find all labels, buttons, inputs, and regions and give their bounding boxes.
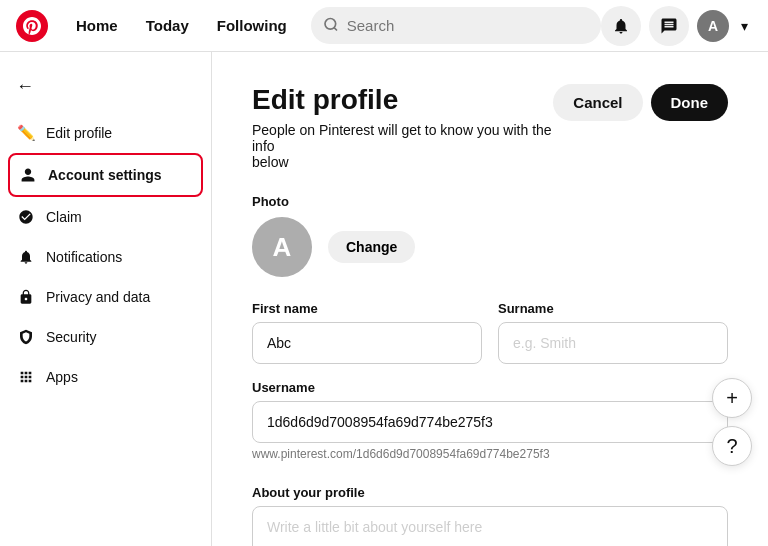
svg-point-0 — [325, 18, 336, 29]
username-input[interactable] — [252, 401, 728, 443]
photo-label: Photo — [252, 194, 728, 209]
surname-label: Surname — [498, 301, 728, 316]
photo-row: A Change — [252, 217, 728, 277]
sidebar-item-notifications-label: Notifications — [46, 249, 122, 265]
profile-avatar: A — [252, 217, 312, 277]
name-row: First name Surname — [252, 301, 728, 364]
sidebar-item-security[interactable]: Security — [0, 317, 211, 357]
username-url-hint: www.pinterest.com/1d6d6d9d7008954fa69d77… — [252, 447, 728, 461]
about-group: About your profile — [252, 485, 728, 546]
page-title: Edit profile — [252, 84, 553, 116]
first-name-group: First name — [252, 301, 482, 364]
edit-icon: ✏️ — [16, 123, 36, 143]
page-title-section: Edit profile People on Pinterest will ge… — [252, 84, 553, 170]
nav-home[interactable]: Home — [64, 9, 130, 42]
top-navigation: Home Today Following A ▾ — [0, 0, 768, 52]
sidebar-item-security-label: Security — [46, 329, 97, 345]
sidebar-item-apps[interactable]: Apps — [0, 357, 211, 397]
pinterest-logo[interactable] — [16, 10, 48, 42]
surname-group: Surname — [498, 301, 728, 364]
surname-input[interactable] — [498, 322, 728, 364]
sidebar-item-claim-label: Claim — [46, 209, 82, 225]
first-name-input[interactable] — [252, 322, 482, 364]
cancel-button[interactable]: Cancel — [553, 84, 642, 121]
account-icon — [18, 165, 38, 185]
claim-icon — [16, 207, 36, 227]
user-avatar[interactable]: A — [697, 10, 729, 42]
page-header: Edit profile People on Pinterest will ge… — [252, 84, 728, 170]
notifications-icon — [16, 247, 36, 267]
nav-links: Home Today Following — [64, 9, 299, 42]
username-section: Username www.pinterest.com/1d6d6d9d70089… — [252, 380, 728, 461]
help-fab-button[interactable]: ? — [712, 426, 752, 466]
sidebar-item-edit-profile[interactable]: ✏️ Edit profile — [0, 113, 211, 153]
svg-line-1 — [334, 27, 337, 30]
notifications-button[interactable] — [601, 6, 641, 46]
nav-today[interactable]: Today — [134, 9, 201, 42]
sidebar-back-button[interactable]: ← — [0, 68, 211, 105]
page-layout: ← ✏️ Edit profile Account settings Claim — [0, 52, 768, 546]
sidebar-item-edit-profile-label: Edit profile — [46, 125, 112, 141]
done-button[interactable]: Done — [651, 84, 729, 121]
page-subtitle: People on Pinterest will get to know you… — [252, 122, 553, 170]
about-section: About your profile — [252, 485, 728, 546]
sidebar-item-account-settings[interactable]: Account settings — [8, 153, 203, 197]
privacy-icon — [16, 287, 36, 307]
sidebar-item-apps-label: Apps — [46, 369, 78, 385]
sidebar-item-privacy-label: Privacy and data — [46, 289, 150, 305]
about-textarea[interactable] — [252, 506, 728, 546]
messages-button[interactable] — [649, 6, 689, 46]
apps-icon — [16, 367, 36, 387]
about-label: About your profile — [252, 485, 728, 500]
security-icon — [16, 327, 36, 347]
fab-group: + ? — [712, 378, 752, 466]
account-chevron[interactable]: ▾ — [737, 14, 752, 38]
sidebar-item-claim[interactable]: Claim — [0, 197, 211, 237]
username-label: Username — [252, 380, 728, 395]
change-photo-button[interactable]: Change — [328, 231, 415, 263]
sidebar-item-account-settings-label: Account settings — [48, 167, 162, 183]
search-icon — [323, 16, 339, 35]
topnav-actions: A ▾ — [601, 6, 752, 46]
username-group: Username www.pinterest.com/1d6d6d9d70089… — [252, 380, 728, 461]
sidebar-item-notifications[interactable]: Notifications — [0, 237, 211, 277]
search-input[interactable] — [311, 7, 601, 44]
add-fab-button[interactable]: + — [712, 378, 752, 418]
back-icon: ← — [16, 76, 34, 97]
first-name-label: First name — [252, 301, 482, 316]
nav-following[interactable]: Following — [205, 9, 299, 42]
sidebar-item-privacy-data[interactable]: Privacy and data — [0, 277, 211, 317]
search-bar — [311, 7, 601, 44]
main-content: Edit profile People on Pinterest will ge… — [212, 52, 768, 546]
sidebar: ← ✏️ Edit profile Account settings Claim — [0, 52, 212, 546]
photo-section: Photo A Change — [252, 194, 728, 277]
header-actions: Cancel Done — [553, 84, 728, 121]
